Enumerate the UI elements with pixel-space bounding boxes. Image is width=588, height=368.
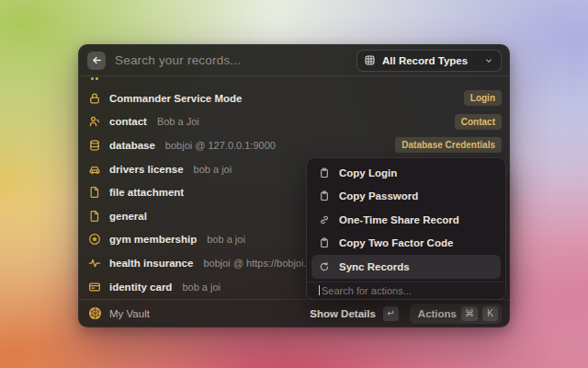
show-details-button[interactable]: Show Details [310,308,376,319]
record-title: general [109,211,147,222]
record-subtitle: bob a joi [182,282,220,293]
star-circle-icon [88,233,101,246]
database-icon [88,139,101,152]
record-type-badge: Login [464,90,502,106]
record-type-badge: Database Credentials [395,137,502,153]
clipped-row-icon-fragment [91,77,94,80]
clipboard-icon [319,190,330,201]
menu-item-copy-two-factor-code[interactable]: Copy Two Factor Code [311,232,501,256]
actions-shortcut-button[interactable]: Actions ⌘ K [410,304,502,324]
arrow-left-icon [91,54,103,66]
menu-item-copy-password[interactable]: Copy Password [311,185,501,209]
menu-item-label: Copy Login [339,167,397,178]
record-row-contact[interactable]: contact Bob a Joi Contact [79,110,509,134]
text-caret [319,285,320,295]
footer-bar: My Vault Show Details ↵ Actions ⌘ K [79,299,509,327]
record-type-badge: Contact [455,114,502,130]
contact-icon [88,115,101,128]
record-title: drivers license [109,164,184,175]
back-button[interactable] [87,52,106,70]
id-card-icon [88,281,101,293]
menu-item-label: One-Time Share Record [339,214,459,225]
clipped-row-icon-fragment [96,77,98,80]
record-subtitle: bobjoi @ 127.0.0.1:9000 [165,140,276,151]
menu-item-copy-login[interactable]: Copy Login [311,161,501,185]
record-title: file attachment [109,187,184,198]
chevron-down-icon [484,56,493,65]
record-type-dropdown-label: All Record Types [382,55,468,66]
record-subtitle: Bob a Joi [157,116,199,127]
grid-icon [364,54,376,66]
actions-menu: Copy Login Copy Password One-Time Share … [306,157,506,300]
actions-search-placeholder: Search for actions... [322,285,412,296]
record-subtitle: bob a joi [194,164,232,175]
record-row-database[interactable]: database bobjoi @ 127.0.0.1:9000 Databas… [79,133,509,157]
menu-item-label: Copy Password [339,190,418,201]
file-icon [88,210,101,223]
actions-search-input[interactable]: Search for actions... [307,282,505,299]
record-type-dropdown[interactable]: All Record Types [356,50,502,72]
clipboard-icon [319,167,330,178]
clipboard-icon [319,237,330,248]
records-search-input[interactable]: Search your records... [115,53,241,67]
cmd-key-badge: ⌘ [461,306,478,321]
footer-actions: Show Details ↵ Actions ⌘ K [310,304,502,324]
record-title: health insurance [109,258,193,269]
vault-label[interactable]: My Vault [109,308,150,319]
k-key-badge: K [482,306,498,321]
record-title: Commander Service Mode [109,93,242,104]
menu-item-label: Sync Records [339,261,410,272]
file-icon [88,186,101,199]
keeper-logo-icon [88,306,102,320]
record-title: identity card [109,282,172,293]
sync-icon [319,261,330,272]
car-icon [88,163,101,176]
enter-key-badge: ↵ [383,306,399,321]
lock-icon [88,92,101,105]
quick-search-window: Search your records... All Record Types … [78,44,510,328]
actions-label: Actions [418,308,457,319]
menu-item-one-time-share-record[interactable]: One-Time Share Record [311,208,501,232]
record-title: contact [109,116,147,127]
record-row-commander-service-mode[interactable]: Commander Service Mode Login [79,86,509,110]
record-title: database [109,140,155,151]
record-title: gym membership [109,234,197,245]
link-icon [319,214,330,225]
menu-item-label: Copy Two Factor Code [339,237,453,248]
pulse-icon [88,257,101,270]
menu-item-sync-records[interactable]: Sync Records [311,255,501,279]
record-subtitle: bob a joi [207,234,245,245]
search-header: Search your records... All Record Types [79,45,509,76]
